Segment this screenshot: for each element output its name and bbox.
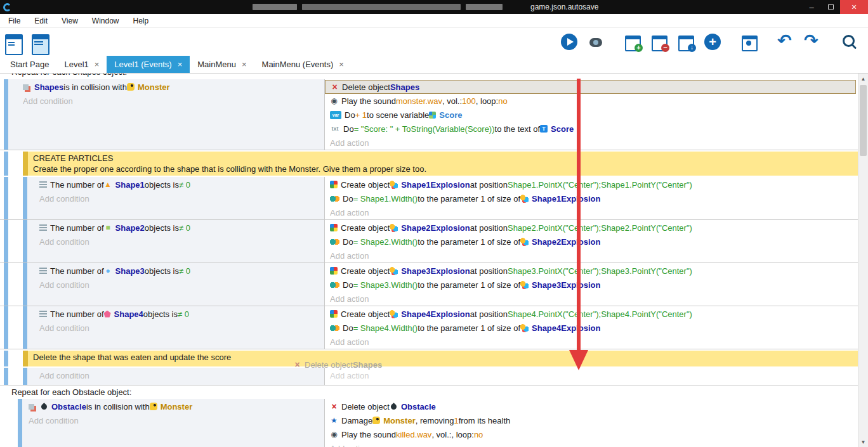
add-action-link[interactable]: Add action	[325, 368, 858, 382]
add-action-link[interactable]: Add action	[325, 292, 858, 306]
tab-close-icon[interactable]: ×	[178, 60, 183, 69]
window-controls: – ×	[802, 0, 868, 14]
count-icon	[39, 181, 47, 188]
action-line[interactable]: Create object Shape1Explosion at positio…	[325, 178, 858, 191]
vertical-scrollbar[interactable]: ▲ ▼	[858, 74, 868, 447]
tab-close-icon[interactable]: ×	[339, 60, 344, 69]
obscured-title-path	[253, 4, 503, 10]
remove-event-button[interactable]	[650, 32, 669, 51]
add-action-link[interactable]: Add action	[325, 335, 858, 349]
action-line[interactable]: ★Damage Monster, removing 1 from its hea…	[325, 413, 858, 427]
selected-action-line[interactable]: ×Delete object Shapes	[325, 80, 856, 94]
action-line[interactable]: Do = Shape1.Width() to the parameter 1 o…	[325, 191, 858, 205]
count-icon	[39, 224, 47, 231]
debug-button[interactable]	[586, 32, 605, 51]
count-icon	[39, 268, 47, 275]
action-line[interactable]: Create object Shape3Explosion at positio…	[325, 264, 858, 278]
action-line[interactable]: ◉Play the sound monster.wav, vol.: 100, …	[325, 94, 858, 108]
event-row: The number of ■Shape2 objects is ≠ 0Add …	[0, 220, 858, 263]
particle-icon	[520, 238, 529, 246]
add-condition-link[interactable]: Add condition	[39, 191, 324, 205]
tab-label: Level1 (Events)	[114, 60, 171, 69]
add-condition-link[interactable]: Add condition	[39, 235, 324, 249]
play-button[interactable]	[560, 32, 579, 51]
action-line[interactable]: Do = Shape4.Width() to the parameter 1 o…	[325, 321, 858, 335]
condition-line[interactable]: The number of ●Shape3 objects is ≠ 0	[39, 264, 324, 278]
repeat-event-row[interactable]: Repeat for each Obstacle object:	[0, 385, 858, 399]
event-depth-bar	[4, 177, 8, 219]
open-events-editor-button[interactable]	[30, 32, 49, 51]
event-depth-bar	[4, 79, 8, 150]
condition-line[interactable]: Obstacle is in collision with Monster	[29, 399, 324, 413]
undo-button[interactable]	[777, 32, 796, 51]
actions-column: ×Delete object Obstacle★Damage Monster, …	[325, 399, 858, 447]
conditions-column: Obstacle is in collision with MonsterAdd…	[22, 399, 325, 447]
edit-event-button[interactable]	[676, 32, 695, 51]
redo-button[interactable]	[803, 32, 822, 51]
scrollbar-thumb[interactable]	[860, 85, 867, 156]
add-action-link[interactable]: Add action	[325, 205, 858, 219]
text-icon: txt	[330, 125, 340, 133]
actions-column: Create object Shape3Explosion at positio…	[325, 263, 858, 306]
comment-event-row[interactable]: CREATE PARTICLESCreate the proper one ac…	[0, 152, 858, 176]
obscured-text-block	[302, 4, 461, 10]
maximize-button[interactable]	[821, 0, 840, 14]
minimize-button[interactable]: –	[802, 0, 821, 14]
event-depth-bar	[23, 220, 27, 262]
close-button[interactable]: ×	[840, 0, 868, 14]
add-condition-link[interactable]: Add condition	[23, 94, 324, 108]
add-action-link[interactable]: Add action	[325, 249, 858, 262]
event-depth-bar	[23, 263, 27, 306]
action-line[interactable]: ×Delete object Obstacle	[325, 399, 858, 413]
add-condition-link[interactable]: Add condition	[39, 368, 324, 382]
scroll-down-arrow[interactable]: ▼	[858, 437, 868, 447]
tab-level1-events-[interactable]: Level1 (Events)×	[107, 56, 190, 73]
param-icon	[330, 282, 339, 288]
tab-mainmenu-events-[interactable]: MainMenu (Events)×	[254, 56, 352, 73]
action-line[interactable]: ◉Play the sound killed.wav, vol.: , loop…	[325, 427, 858, 441]
add-action-link[interactable]: Add action	[325, 136, 858, 150]
action-line[interactable]: Create object Shape2Explosion at positio…	[325, 221, 858, 235]
actions-column: Create object Shape4Explosion at positio…	[325, 306, 858, 349]
action-line[interactable]: Create object Shape4Explosion at positio…	[325, 307, 858, 321]
comment-line: Create the proper one according to the s…	[33, 164, 853, 174]
add-action-link[interactable]: Add action	[325, 441, 858, 447]
menu-window[interactable]: Window	[85, 14, 126, 28]
add-event-button[interactable]	[623, 32, 642, 51]
actions-column: Create object Shape2Explosion at positio…	[325, 220, 858, 262]
tab-start-page[interactable]: Start Page	[3, 56, 56, 73]
images-bank-button[interactable]	[740, 32, 759, 51]
tab-close-icon[interactable]: ×	[95, 60, 100, 69]
condition-line[interactable]: The number of Shape4 objects is ≠ 0	[39, 307, 324, 321]
tab-mainmenu[interactable]: MainMenu×	[190, 56, 254, 73]
comment-event-row[interactable]: Delete the shape that was eaten and upda…	[0, 351, 858, 366]
scroll-up-arrow[interactable]: ▲	[858, 74, 868, 84]
open-scene-editor-button[interactable]	[4, 32, 23, 51]
action-line[interactable]: varDo + 1 to scene variable Score	[325, 108, 858, 122]
collision-icon	[29, 404, 34, 410]
action-line[interactable]: Do = Shape2.Width() to the parameter 1 o…	[325, 235, 858, 249]
search-button[interactable]	[840, 32, 859, 51]
tab-close-icon[interactable]: ×	[242, 60, 247, 69]
menubar: FileEditViewWindowHelp	[0, 14, 868, 28]
tab-level1[interactable]: Level1×	[56, 56, 107, 73]
action-line[interactable]: txtDo = "Score: " + ToString(Variable(Sc…	[325, 122, 858, 136]
param-icon	[330, 325, 339, 332]
menu-view[interactable]: View	[55, 14, 85, 28]
add-condition-link[interactable]: Add condition	[29, 413, 324, 427]
condition-line[interactable]: The number of ▲Shape1 objects is ≠ 0	[39, 178, 324, 191]
menu-file[interactable]: File	[1, 14, 27, 28]
dragged-action-ghost[interactable]: ×Delete object Shapes	[293, 360, 382, 370]
condition-line[interactable]: The number of ■Shape2 objects is ≠ 0	[39, 221, 324, 235]
particle-icon	[520, 195, 529, 203]
add-object-button[interactable]	[703, 32, 722, 51]
action-line[interactable]: Do = Shape3.Width() to the parameter 1 o…	[325, 278, 858, 292]
tab-label: MainMenu (Events)	[262, 60, 334, 69]
menu-help[interactable]: Help	[126, 14, 156, 28]
event-depth-bar	[23, 368, 27, 385]
condition-line[interactable]: Shapes is in collision with Monster	[23, 80, 324, 94]
add-condition-link[interactable]: Add condition	[39, 278, 324, 292]
menu-edit[interactable]: Edit	[27, 14, 55, 28]
add-condition-link[interactable]: Add condition	[39, 321, 324, 335]
comment-left-strip	[23, 351, 28, 366]
